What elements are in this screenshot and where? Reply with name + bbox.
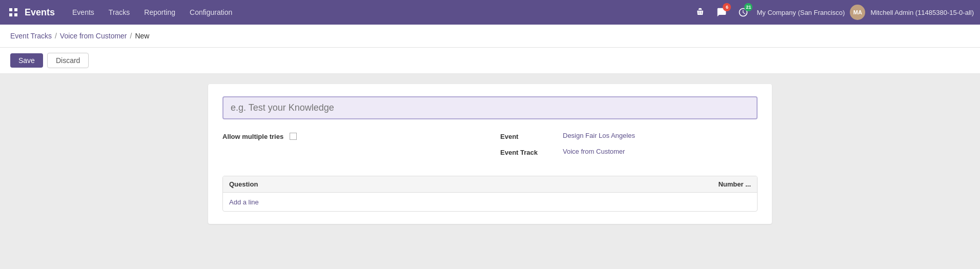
clock-icon-button[interactable]: 21 [735,4,751,20]
clock-badge: 21 [744,3,752,11]
top-navigation: Events Events Tracks Reporting Configura… [0,0,980,25]
breadcrumb-sep-1: / [55,32,57,40]
event-row: Event Design Fair Los Angeles [500,132,758,140]
main-content: Allow multiple tries Event Design Fair L… [0,74,980,269]
breadcrumb-bar: Event Tracks / Voice from Customer / New [0,25,980,48]
svg-rect-0 [9,8,12,11]
event-value[interactable]: Design Fair Los Angeles [563,132,635,139]
user-avatar[interactable]: MA [850,5,865,20]
allow-multiple-tries-checkbox[interactable] [290,133,297,140]
avatar-initials: MA [853,9,862,15]
event-track-value[interactable]: Voice from Customer [563,148,625,155]
quiz-title-input[interactable] [222,96,758,119]
menu-item-reporting[interactable]: Reporting [137,5,182,19]
svg-rect-1 [14,8,17,11]
allow-multiple-tries-row: Allow multiple tries [222,132,480,140]
form-toolbar: Save Discard [0,48,980,74]
breadcrumb-new: New [135,32,149,40]
user-name[interactable]: Mitchell Admin (11485380-15-0-all) [870,9,974,16]
save-button[interactable]: Save [10,53,43,68]
chat-icon-button[interactable]: 6 [713,4,730,20]
svg-rect-3 [14,13,17,16]
topnav-right-section: 6 21 My Company (San Francisco) MA Mitch… [692,4,974,20]
add-line-button[interactable]: Add a line [229,198,259,206]
table-header: Question Number ... [223,176,757,193]
breadcrumb-sep-2: / [130,32,132,40]
event-track-row: Event Track Voice from Customer [500,148,758,156]
breadcrumb: Event Tracks / Voice from Customer / New [10,32,149,40]
app-title: Events [25,7,55,18]
form-left: Allow multiple tries [222,132,480,163]
menu-item-configuration[interactable]: Configuration [182,5,239,19]
company-name[interactable]: My Company (San Francisco) [757,9,845,16]
bug-icon-button[interactable] [692,4,708,20]
svg-rect-2 [9,13,12,16]
menu-item-tracks[interactable]: Tracks [101,5,137,19]
table-body: Add a line [223,193,757,211]
event-label: Event [500,132,557,140]
questions-table: Question Number ... Add a line [222,176,758,212]
form-body: Allow multiple tries Event Design Fair L… [222,132,758,163]
main-menu: Events Tracks Reporting Configuration [65,5,690,19]
col-number-header: Number ... [689,180,751,188]
menu-item-events[interactable]: Events [65,5,101,19]
event-track-label: Event Track [500,148,557,156]
breadcrumb-voice-from-customer[interactable]: Voice from Customer [60,32,127,40]
breadcrumb-event-tracks[interactable]: Event Tracks [10,32,52,40]
allow-multiple-tries-label: Allow multiple tries [222,132,283,140]
form-card: Allow multiple tries Event Design Fair L… [208,84,772,224]
col-question-header: Question [229,180,689,188]
form-right: Event Design Fair Los Angeles Event Trac… [500,132,758,163]
chat-badge: 6 [723,3,731,11]
discard-button[interactable]: Discard [47,53,89,68]
grid-menu-icon[interactable] [6,5,21,19]
